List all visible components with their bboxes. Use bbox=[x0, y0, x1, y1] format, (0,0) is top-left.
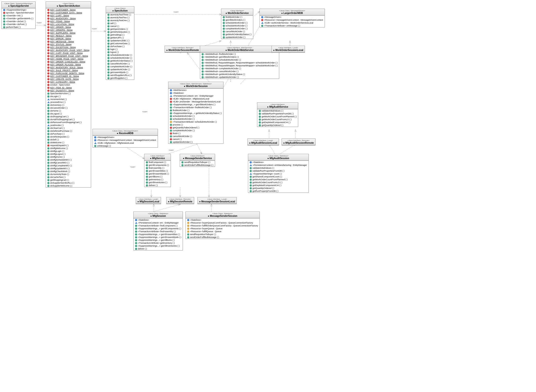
uml-WorkOrderService[interactable]: «Java Interface»● WorkOrderServicefindWo… bbox=[221, 9, 253, 39]
uml-WorkOrderSessionLocal[interactable]: «Java Interface, Local»● WorkOrderSessio… bbox=[271, 46, 305, 53]
uml-SpecServletAction[interactable]: «Java Class»● SpecServletActionKEY_CUSTO… bbox=[46, 1, 91, 187]
visibility-icon bbox=[187, 219, 189, 221]
member-row: getQuantityOrdered ( ) bbox=[257, 124, 298, 127]
member-row: KEY_STATUS : String bbox=[46, 43, 91, 46]
visibility-icon bbox=[47, 159, 49, 161]
class-header: «Java Class, Stateless»● MfgAuditSession bbox=[248, 154, 308, 161]
member-row: «SuppressWarnings» count ( ) bbox=[248, 172, 308, 175]
member-row: doVehicleQuotes ( ) bbox=[46, 135, 91, 138]
use-label: «use» bbox=[168, 149, 174, 151]
member-row: getAllWorkOrders ( ) bbox=[221, 19, 253, 21]
visibility-icon bbox=[259, 110, 261, 112]
visibility-icon bbox=[47, 165, 49, 167]
member-row: cancelWorkOrder ( ) bbox=[168, 135, 223, 138]
member-row: cancel ( ) bbox=[168, 138, 223, 141]
visibility-icon bbox=[47, 113, 49, 115]
visibility-icon bbox=[135, 222, 137, 224]
uml-SpecAppServlet[interactable]: «Java Class, SuppressWarnings»● SpecAppS… bbox=[1, 1, 36, 29]
visibility-icon bbox=[107, 60, 110, 62]
visibility-icon bbox=[202, 73, 204, 75]
visibility-icon bbox=[107, 68, 110, 71]
member-row: updateWorkOrder ( ) bbox=[168, 141, 223, 143]
uml-MfgAuditSession[interactable]: «Java Class, Stateless»● MfgAuditSession… bbox=[248, 154, 309, 193]
uml-WorkOrderSessionRemote[interactable]: «Java Interface, Remote»● WorkOrderSessi… bbox=[165, 46, 201, 53]
uml-WorkOrderWebService[interactable]: «Java Interface, WebService»● WorkOrderW… bbox=[200, 46, 279, 79]
visibility-icon bbox=[47, 49, 49, 51]
visibility-icon bbox=[107, 22, 110, 25]
uml-MessageSenderSessionLocal[interactable]: «Java Interface, Local»● MessageSenderSe… bbox=[197, 197, 237, 204]
member-row: KEY_ERROR : String bbox=[46, 37, 91, 40]
visibility-icon bbox=[107, 25, 110, 27]
class-header: «Java Class, MessageDriven»● ReceiveMDB bbox=[93, 129, 158, 136]
visibility-icon bbox=[107, 71, 110, 74]
uml-MessageSenderSession[interactable]: «Java Class, Stateless»● MessageSenderSe… bbox=[185, 212, 260, 239]
member-row: KEY_RESULT : String bbox=[46, 34, 91, 37]
visibility-icon bbox=[223, 28, 225, 30]
visibility-icon bbox=[47, 90, 49, 92]
member-row: «SuppressWarnings...» getAllComponents (… bbox=[134, 227, 183, 230]
uml-MfgAuditSessionRemote[interactable]: «Java Interface, Remote»● MfgAuditSessio… bbox=[282, 138, 315, 145]
member-row: updateWorkOrder ( ) bbox=[106, 68, 134, 71]
member-row: scheduleWorkOrder ( ) bbox=[221, 24, 253, 27]
visibility-icon bbox=[170, 98, 172, 100]
visibility-icon bbox=[187, 230, 189, 233]
member-row: incrementVisit ( ) bbox=[46, 98, 91, 101]
visibility-icon bbox=[202, 62, 204, 64]
visibility-icon bbox=[250, 187, 252, 189]
visibility-icon bbox=[47, 139, 49, 141]
member-row: KEY_CREATE_DATE : String bbox=[46, 78, 91, 81]
visibility-icon bbox=[107, 14, 110, 16]
visibility-icon bbox=[170, 132, 172, 135]
member-row: doAddToShoppingCart ( ) bbox=[46, 118, 91, 121]
uml-MfgAuditService[interactable]: «Java Interface»● MfgAuditServicevalidat… bbox=[257, 102, 298, 127]
visibility-icon bbox=[135, 228, 137, 230]
visibility-icon bbox=[47, 69, 49, 72]
uml-MfgSessionLocal[interactable]: «Java Interface, Local»● MfgSessionLocal bbox=[136, 197, 161, 204]
visibility-icon bbox=[107, 77, 110, 79]
visibility-icon bbox=[47, 55, 49, 57]
member-row: doClearCart ( ) bbox=[46, 127, 91, 130]
member-row: KEY_EXCEPTION : String bbox=[46, 46, 91, 49]
member-row: getWorkOrderCountFromLO ( ) bbox=[248, 181, 308, 184]
uml-ReceiveMDB[interactable]: «Java Class, MessageDriven»● ReceiveMDB«… bbox=[92, 129, 158, 148]
visibility-icon bbox=[259, 121, 261, 124]
use-label: «use» bbox=[36, 22, 42, 24]
member-row: «WebMethod, RequestWrapper, ResponseWrap… bbox=[200, 64, 279, 67]
visibility-icon bbox=[47, 58, 49, 60]
member-row: «SuppressWarnings...» getAllAssemblyIds … bbox=[134, 236, 183, 239]
class-header: «Java Interface, Remote»● MfgAuditSessio… bbox=[282, 139, 315, 145]
member-row: getSharedComponentCount ( ) bbox=[248, 175, 308, 178]
uml-MfgSession[interactable]: «Java Class, Stateless»● MfgSession«Stat… bbox=[133, 212, 183, 250]
visibility-icon bbox=[259, 124, 261, 126]
member-row: getDepletedComponentCnt ( ) bbox=[257, 121, 298, 124]
member-row: atomicityTestThree ( ) bbox=[106, 13, 134, 16]
uml-MfgService[interactable]: «Java Interface»● MfgServicefindComponen… bbox=[144, 154, 171, 187]
uml-LargerOrderMDB[interactable]: «Java Class, MessageDriven»● LargerOrder… bbox=[259, 9, 325, 27]
member-row: «Resource» messageDrivenContext : Messag… bbox=[93, 139, 158, 142]
uml-MfgAuditSessionLocal[interactable]: «Java Interface, Local»● MfgAuditSession… bbox=[247, 138, 279, 145]
visibility-icon bbox=[146, 181, 148, 184]
member-row: KEY_ORDER_PLACED : String bbox=[46, 63, 91, 66]
member-row: «EJB» workOrderService : WorkOrderServic… bbox=[260, 21, 325, 24]
member-row: getAssemblyIds ( ) bbox=[106, 71, 134, 74]
member-row: KEY_INVENTORY_PAGE_VISIT : String bbox=[46, 49, 91, 52]
member-row: postInvoke ( ) bbox=[46, 124, 91, 127]
visibility-icon bbox=[107, 45, 110, 48]
uml-MfgSessionRemote[interactable]: «Java Interface, Remote»● MfgSessionRemo… bbox=[166, 197, 194, 204]
visibility-icon bbox=[170, 104, 172, 106]
visibility-icon bbox=[250, 190, 252, 192]
member-row: «Override» doPost ( ) bbox=[2, 23, 35, 26]
uml-SpecAction[interactable]: «Java Class»● SpecActionatomicityTestThr… bbox=[106, 6, 134, 80]
visibility-icon bbox=[250, 176, 252, 178]
visibility-icon bbox=[135, 225, 137, 227]
member-row: «SuppressWarnings» bbox=[2, 8, 35, 11]
visibility-icon bbox=[47, 61, 49, 63]
member-row: doPurchase ( ) bbox=[106, 45, 134, 48]
visibility-icon bbox=[135, 219, 137, 221]
visibility-icon bbox=[107, 40, 110, 42]
member-row: «SuppressWarnings...» getAllWorkOrders (… bbox=[168, 103, 223, 106]
uml-WorkOrderSession[interactable]: «Java Class, WebService, Stateless»● Wor… bbox=[168, 82, 223, 144]
class-header: «Java Class»● SpecServletAction bbox=[46, 2, 91, 8]
member-row: KEY_MESSAGE : String bbox=[46, 40, 91, 43]
uml-MessageSenderService[interactable]: «Java Interface»● MessageSenderServicese… bbox=[180, 154, 215, 167]
